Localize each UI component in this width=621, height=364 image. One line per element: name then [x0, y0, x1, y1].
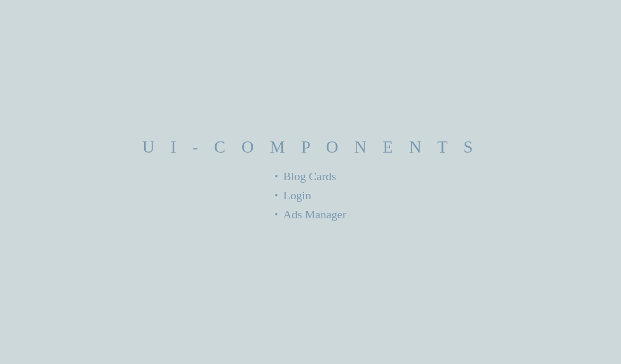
list-item-blog-cards: Blog Cards — [274, 170, 346, 183]
navigation-list: Blog Cards Login Ads Manager — [274, 170, 346, 227]
page-title: U I - C O M P O N E N T S — [143, 137, 479, 157]
blog-cards-link[interactable]: Blog Cards — [283, 170, 336, 183]
ads-manager-link[interactable]: Ads Manager — [283, 208, 347, 221]
list-item-ads-manager: Ads Manager — [274, 208, 346, 221]
list-item-login: Login — [274, 189, 346, 202]
login-link[interactable]: Login — [283, 189, 312, 202]
main-content: U I - C O M P O N E N T S Blog Cards Log… — [143, 137, 479, 227]
